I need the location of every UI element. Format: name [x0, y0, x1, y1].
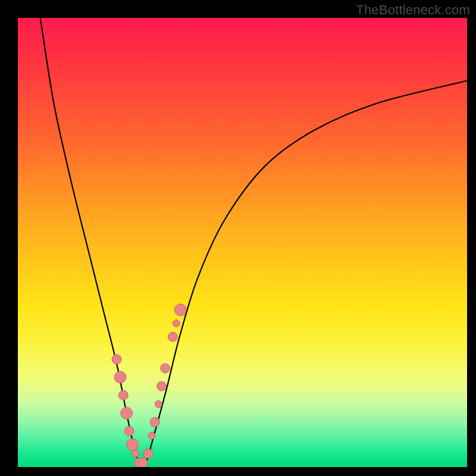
curve-marker: [118, 390, 128, 400]
curve-marker: [148, 432, 155, 439]
curve-marker: [112, 355, 121, 364]
curve-marker: [150, 418, 159, 427]
curve-marker: [114, 371, 126, 383]
watermark-text: TheBottleneck.com: [356, 2, 470, 18]
curve-marker: [124, 427, 134, 436]
curve-svg: [18, 18, 467, 467]
curve-marker: [127, 439, 139, 450]
curve-marker: [174, 304, 186, 316]
curve-marker: [173, 320, 180, 327]
curve-markers: [112, 304, 186, 467]
bottleneck-curve: [40, 18, 467, 465]
curve-marker: [138, 458, 148, 467]
curve-marker: [121, 407, 133, 419]
curve-marker: [161, 364, 170, 373]
plot-area: [18, 18, 467, 467]
chart-frame: TheBottleneck.com: [0, 0, 476, 476]
curve-marker: [143, 449, 153, 458]
curve-marker: [132, 450, 139, 457]
curve-marker: [168, 332, 177, 342]
curve-marker: [157, 381, 167, 391]
curve-marker: [155, 400, 162, 408]
